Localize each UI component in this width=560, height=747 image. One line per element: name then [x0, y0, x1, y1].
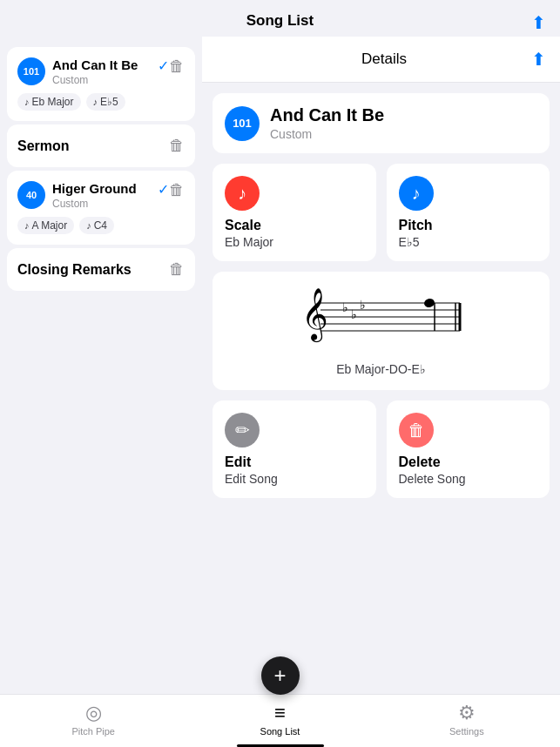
delete-song-2-button[interactable]: 🗑 [169, 181, 185, 199]
song-tags-1: ♪ Eb Major ♪ E♭5 [17, 93, 185, 111]
tag-eb5: ♪ E♭5 [86, 93, 125, 111]
song-list-icon: ≡ [274, 702, 286, 724]
song-subtitle-2: Custom [52, 198, 154, 210]
left-panel: 101 And Can It Be Custom ✓ 🗑 ♪ Eb Major … [0, 37, 202, 694]
music-staff-svg: 𝄞 ♭ ♭ ♭ [294, 286, 469, 355]
song-title-2: Higer Ground [52, 181, 154, 196]
song-card-and-can-it-be[interactable]: 101 And Can It Be Custom ✓ 🗑 ♪ Eb Major … [7, 47, 195, 121]
svg-text:♭: ♭ [351, 308, 357, 321]
pitch-icon: ♪ [399, 176, 434, 211]
svg-text:♭: ♭ [360, 299, 366, 312]
delete-closing-remarks-button[interactable]: 🗑 [169, 260, 185, 279]
svg-text:♭: ♭ [342, 301, 348, 314]
right-panel: Details ⬆ 101 And Can It Be Custom ♪ [202, 37, 560, 694]
pitch-value: E♭5 [399, 235, 538, 249]
delete-sublabel: Delete Song [399, 472, 538, 486]
song-tags-2: ♪ A Major ♪ C4 [17, 217, 185, 234]
details-share-icon[interactable]: ⬆ [531, 49, 546, 70]
scale-value: Eb Major [225, 235, 364, 249]
song-check-2: ✓ [158, 181, 169, 198]
tag-eb-major: ♪ Eb Major [17, 93, 81, 111]
tag-c4: ♪ C4 [79, 217, 114, 234]
pitch-card: ♪ Pitch E♭5 [387, 164, 550, 261]
song-info-2: Higer Ground Custom [52, 181, 154, 210]
svg-text:𝄞: 𝄞 [301, 288, 328, 343]
song-title-1: And Can It Be [52, 57, 154, 72]
main-layout: 101 And Can It Be Custom ✓ 🗑 ♪ Eb Major … [0, 37, 560, 694]
details-header: Details ⬆ [202, 37, 560, 83]
song-number-badge-40: 40 [17, 181, 45, 209]
sermon-title: Sermon [17, 138, 70, 154]
svg-point-11 [422, 298, 435, 309]
tab-song-list[interactable]: ≡ Song List [186, 702, 373, 737]
header-share-icon[interactable]: ⬆ [531, 12, 546, 33]
pitch-pipe-label: Pitch Pipe [71, 726, 115, 737]
detail-song-info: And Can It Be Custom [270, 105, 384, 141]
detail-song-subtitle: Custom [270, 127, 384, 141]
song-check-1: ✓ [158, 57, 169, 74]
scale-label: Scale [225, 218, 364, 233]
edit-card[interactable]: ✏ Edit Edit Song [213, 400, 376, 498]
scale-card: ♪ Scale Eb Major [213, 164, 376, 261]
scale-pitch-row: ♪ Scale Eb Major ♪ Pitch E♭5 [213, 164, 550, 261]
header-title: Song List [246, 12, 314, 30]
delete-icon-circle: 🗑 [399, 413, 434, 448]
edit-label: Edit [225, 454, 364, 470]
song-info-1: And Can It Be Custom [52, 57, 154, 86]
pitch-label: Pitch [399, 218, 538, 233]
song-card-higer-ground[interactable]: 40 Higer Ground Custom ✓ 🗑 ♪ A Major ♪ [7, 171, 195, 245]
closing-remarks-section-card[interactable]: Closing Remarks 🗑 [7, 248, 195, 291]
edit-sublabel: Edit Song [225, 472, 364, 486]
pitch-pipe-icon: ◎ [85, 702, 102, 724]
delete-card[interactable]: 🗑 Delete Delete Song [387, 400, 550, 498]
tab-pitch-pipe[interactable]: ◎ Pitch Pipe [0, 702, 186, 737]
tab-settings[interactable]: ⚙ Settings [374, 702, 560, 737]
edit-delete-row: ✏ Edit Edit Song 🗑 Delete Delete Song [213, 400, 550, 498]
details-title: Details [237, 50, 531, 68]
detail-song-badge: 101 [225, 106, 260, 141]
notation-card: 𝄞 ♭ ♭ ♭ Eb Major-DO-E♭ [213, 272, 550, 390]
add-button[interactable]: + [261, 656, 300, 695]
detail-song-header: 101 And Can It Be Custom [213, 93, 550, 153]
song-subtitle-1: Custom [52, 74, 154, 86]
delete-label: Delete [399, 454, 538, 470]
notation-label: Eb Major-DO-E♭ [336, 362, 426, 376]
delete-song-1-button[interactable]: 🗑 [169, 57, 185, 76]
tag-a-major: ♪ A Major [17, 217, 74, 234]
settings-icon: ⚙ [458, 702, 476, 724]
bottom-bar: ◎ Pitch Pipe ≡ Song List ⚙ Settings [0, 694, 560, 747]
app-header: Song List ⬆ [0, 0, 560, 37]
delete-sermon-button[interactable]: 🗑 [169, 137, 185, 155]
settings-label: Settings [449, 726, 484, 737]
song-number-badge-101: 101 [17, 57, 45, 85]
song-list-label: Song List [260, 726, 300, 737]
sermon-section-card[interactable]: Sermon 🗑 [7, 124, 195, 167]
closing-remarks-title: Closing Remarks [17, 262, 132, 278]
detail-song-title: And Can It Be [270, 105, 384, 125]
scale-icon: ♪ [225, 176, 260, 211]
edit-icon-circle: ✏ [225, 413, 260, 448]
details-content: 101 And Can It Be Custom ♪ Scale Eb Majo… [202, 83, 560, 508]
